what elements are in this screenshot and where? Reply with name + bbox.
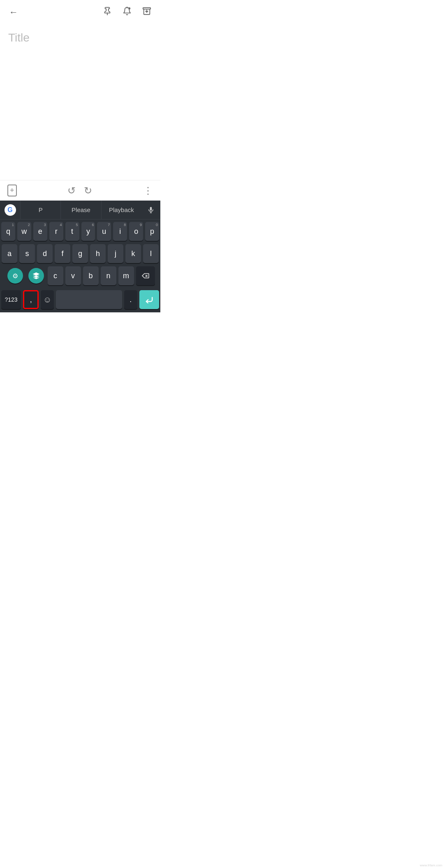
key-y[interactable]: y6 bbox=[81, 222, 95, 241]
key-f[interactable]: f bbox=[55, 244, 70, 263]
suggestion-playback[interactable]: Playback bbox=[102, 201, 141, 219]
key-t[interactable]: t5 bbox=[65, 222, 79, 241]
more-options-button[interactable]: ⋮ bbox=[143, 185, 153, 196]
add-content-button[interactable]: + bbox=[7, 185, 17, 196]
bottom-row: ?123 , ☺ . bbox=[0, 290, 160, 312]
key-b[interactable]: b bbox=[83, 266, 99, 285]
key-rows: q1 w2 e3 r4 t5 y6 u7 i8 o9 p0 a s d f g … bbox=[0, 219, 160, 290]
svg-rect-7 bbox=[150, 207, 152, 210]
key-h[interactable]: h bbox=[90, 244, 106, 263]
row-1: q1 w2 e3 r4 t5 y6 u7 i8 o9 p0 bbox=[1, 222, 159, 241]
pin-button[interactable] bbox=[101, 5, 113, 20]
suggestion-bar: G P Please Playback bbox=[0, 201, 160, 219]
back-button[interactable]: ← bbox=[7, 5, 20, 19]
emoji-key[interactable]: ☺ bbox=[41, 290, 54, 309]
note-title-placeholder[interactable]: Title bbox=[8, 31, 152, 44]
redo-button[interactable]: ↻ bbox=[84, 185, 92, 196]
key-p[interactable]: p0 bbox=[145, 222, 159, 241]
google-logo: G bbox=[0, 201, 21, 219]
mic-button[interactable] bbox=[141, 201, 160, 219]
row-3: ⚙ c v b n m bbox=[1, 266, 159, 285]
reminder-button[interactable]: + bbox=[121, 5, 133, 20]
settings-key[interactable]: ⚙ bbox=[7, 268, 23, 284]
key-d[interactable]: d bbox=[37, 244, 53, 263]
key-q[interactable]: q1 bbox=[1, 222, 15, 241]
key-i[interactable]: i8 bbox=[113, 222, 127, 241]
note-area: Title bbox=[0, 25, 160, 180]
key-r[interactable]: r4 bbox=[49, 222, 63, 241]
plugin-area bbox=[27, 266, 46, 285]
num-key[interactable]: ?123 bbox=[1, 290, 21, 309]
key-c[interactable]: c bbox=[48, 266, 63, 285]
editor-toolbar: + ↺ ↻ ⋮ bbox=[0, 180, 160, 201]
key-n[interactable]: n bbox=[101, 266, 116, 285]
key-u[interactable]: u7 bbox=[97, 222, 111, 241]
keyboard: G P Please Playback q1 w2 e3 r4 t5 y6 u7… bbox=[0, 201, 160, 312]
enter-key[interactable] bbox=[139, 290, 159, 309]
comma-key[interactable]: , bbox=[23, 290, 39, 309]
g-icon: G bbox=[5, 204, 16, 216]
suggestion-p[interactable]: P bbox=[21, 201, 61, 219]
archive-button[interactable] bbox=[141, 5, 153, 20]
suggestion-please[interactable]: Please bbox=[61, 201, 101, 219]
space-key[interactable] bbox=[56, 290, 122, 309]
key-m[interactable]: m bbox=[118, 266, 134, 285]
undo-button[interactable]: ↺ bbox=[67, 185, 76, 196]
key-a[interactable]: a bbox=[2, 244, 17, 263]
key-g[interactable]: g bbox=[72, 244, 88, 263]
key-k[interactable]: k bbox=[125, 244, 141, 263]
top-bar: ← + bbox=[0, 0, 160, 25]
suggestions-list: P Please Playback bbox=[21, 201, 141, 219]
svg-text:+: + bbox=[129, 7, 130, 9]
period-key[interactable]: . bbox=[124, 290, 137, 309]
key-e[interactable]: e3 bbox=[33, 222, 47, 241]
backspace-key[interactable] bbox=[136, 266, 155, 285]
shift-area: ⚙ bbox=[6, 266, 25, 285]
top-bar-right: + bbox=[101, 5, 153, 20]
row-2: a s d f g h j k l bbox=[1, 244, 159, 263]
key-s[interactable]: s bbox=[19, 244, 35, 263]
svg-rect-5 bbox=[143, 8, 150, 9]
key-o[interactable]: o9 bbox=[129, 222, 143, 241]
top-bar-left: ← bbox=[7, 5, 20, 19]
key-w[interactable]: w2 bbox=[17, 222, 31, 241]
key-l[interactable]: l bbox=[143, 244, 159, 263]
key-j[interactable]: j bbox=[108, 244, 123, 263]
key-v[interactable]: v bbox=[65, 266, 81, 285]
plugin-key[interactable] bbox=[28, 268, 44, 284]
